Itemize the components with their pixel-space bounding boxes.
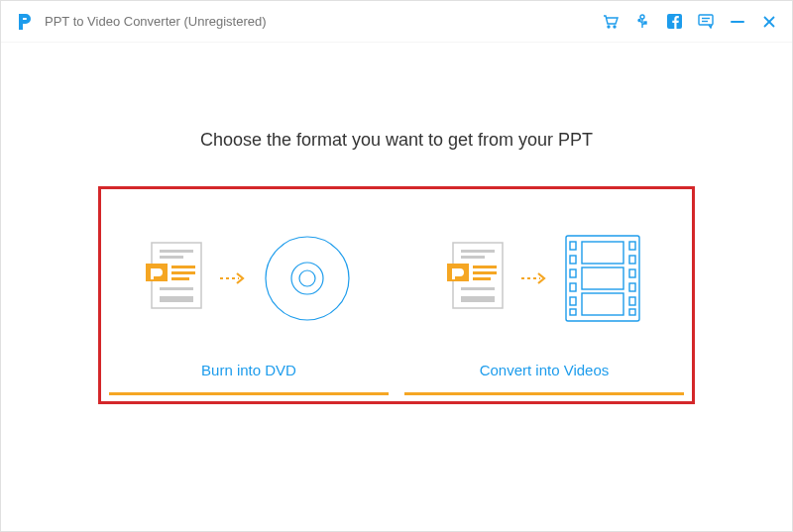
svg-rect-48 [582, 242, 623, 264]
svg-rect-33 [461, 296, 495, 302]
option-convert-videos-body [404, 197, 684, 350]
arrow-right-icon [520, 270, 548, 290]
options-highlight: Burn into DVD [98, 186, 695, 404]
svg-point-1 [614, 26, 616, 28]
svg-rect-39 [570, 283, 576, 291]
svg-point-0 [608, 26, 610, 28]
svg-rect-20 [160, 296, 193, 302]
svg-rect-13 [160, 250, 193, 253]
minimize-icon[interactable] [729, 13, 746, 31]
card-underline [109, 392, 389, 395]
arrow-right-icon [219, 270, 247, 290]
feedback-icon[interactable] [697, 13, 715, 31]
close-icon[interactable] [760, 13, 778, 31]
main-content: Choose the format you want to get from y… [1, 43, 792, 531]
video-film-icon [564, 234, 641, 327]
app-window: PPT to Video Converter (Unregistered) [0, 0, 793, 532]
option-burn-dvd[interactable]: Burn into DVD [109, 197, 389, 395]
svg-rect-49 [582, 267, 623, 289]
svg-rect-7 [699, 15, 713, 25]
ppt-document-icon [447, 242, 505, 319]
svg-rect-42 [629, 242, 635, 250]
usb-icon[interactable] [633, 13, 651, 31]
svg-rect-19 [160, 287, 193, 290]
ppt-document-icon [146, 242, 203, 319]
titlebar: PPT to Video Converter (Unregistered) [1, 1, 792, 43]
svg-rect-36 [570, 242, 576, 250]
titlebar-actions [602, 13, 778, 31]
svg-rect-50 [582, 293, 623, 315]
option-burn-dvd-body [109, 197, 389, 350]
facebook-icon[interactable] [665, 13, 683, 31]
card-underline [404, 392, 684, 395]
svg-rect-26 [461, 250, 495, 253]
svg-rect-38 [570, 269, 576, 277]
svg-rect-45 [629, 283, 635, 291]
svg-point-2 [640, 15, 644, 19]
page-heading: Choose the format you want to get from y… [21, 130, 772, 151]
svg-rect-44 [629, 269, 635, 277]
svg-rect-46 [629, 297, 635, 305]
svg-point-24 [299, 270, 315, 286]
svg-rect-41 [570, 309, 576, 315]
svg-rect-32 [461, 287, 495, 290]
svg-rect-31 [473, 277, 491, 280]
app-logo-icon [15, 11, 37, 33]
svg-point-4 [638, 19, 640, 21]
svg-rect-47 [629, 309, 635, 315]
dvd-disc-icon [263, 234, 352, 327]
svg-rect-5 [644, 22, 646, 24]
svg-rect-16 [171, 266, 195, 268]
svg-point-23 [291, 263, 323, 294]
svg-rect-43 [629, 256, 635, 264]
svg-rect-27 [461, 256, 485, 259]
option-convert-videos[interactable]: Convert into Videos [404, 197, 684, 395]
svg-rect-37 [570, 256, 576, 264]
svg-rect-14 [160, 256, 183, 259]
cart-icon[interactable] [602, 13, 620, 31]
option-burn-dvd-label: Burn into DVD [109, 350, 389, 392]
option-convert-videos-label: Convert into Videos [404, 350, 684, 392]
svg-point-22 [266, 237, 349, 320]
svg-rect-18 [171, 277, 189, 280]
svg-rect-30 [473, 271, 497, 274]
svg-rect-29 [473, 266, 497, 268]
svg-rect-35 [566, 236, 639, 321]
svg-rect-17 [171, 271, 195, 274]
window-title: PPT to Video Converter (Unregistered) [45, 14, 267, 29]
svg-rect-40 [570, 297, 576, 305]
